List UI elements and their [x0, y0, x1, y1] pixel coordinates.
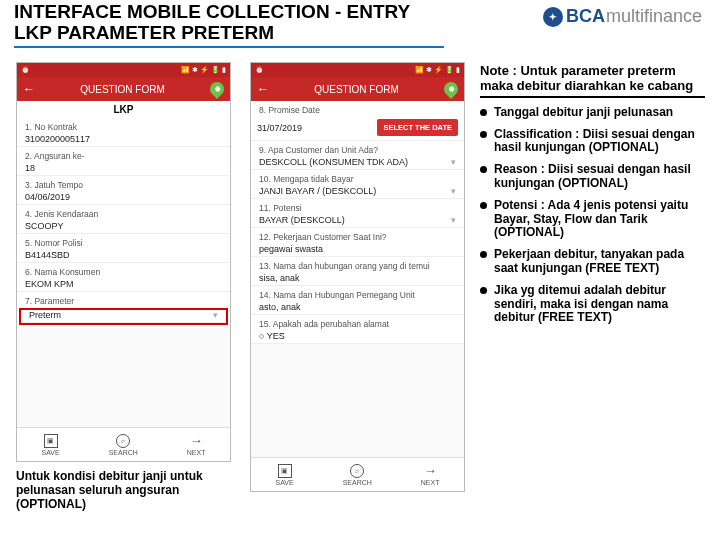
parameter-dropdown[interactable]: Preterm ▾	[21, 310, 226, 323]
field-value: B4144SBD	[17, 250, 230, 263]
field-label: 11. Potensi	[251, 199, 464, 215]
dropdown-value: DESKCOLL (KONSUMEN TDK ADA)	[259, 157, 408, 167]
form-list-right: 8. Promise Date 31/07/2019 SELECT THE DA…	[251, 101, 464, 344]
dropdown-potensi[interactable]: BAYAR (DESKCOLL)▾	[251, 215, 464, 228]
promise-date-value: 31/07/2019	[257, 123, 373, 133]
status-left: ⏰	[21, 66, 30, 74]
nav-label: SEARCH	[343, 479, 372, 486]
status-left: ⏰	[255, 66, 264, 74]
chevron-down-icon: ▾	[451, 186, 456, 196]
field-value: SCOOPY	[17, 221, 230, 234]
status-bar: ⏰ 📶 ✱ ⚡ 🔋 ▮	[17, 63, 230, 77]
search-icon: ⌕	[350, 464, 364, 478]
app-bar: ← QUESTION FORM	[17, 77, 230, 101]
nav-search[interactable]: ⌕SEARCH	[109, 434, 138, 456]
dropdown-value: BAYAR (DESKCOLL)	[259, 215, 345, 225]
text-input-pemegang-unit[interactable]: asto, anak	[251, 302, 464, 315]
dropdown-customer-unit[interactable]: DESKCOLL (KONSUMEN TDK ADA)▾	[251, 157, 464, 170]
field-label: 3. Jatuh Tempo	[17, 176, 230, 192]
note-item: Pekerjaan debitur, tanyakan pada saat ku…	[480, 248, 705, 276]
bottom-nav: ▣SAVE ⌕SEARCH →NEXT	[251, 457, 464, 491]
field-label: 2. Angsuran ke-	[17, 147, 230, 163]
promise-date-row: 31/07/2019 SELECT THE DATE	[251, 117, 464, 141]
nav-label: SEARCH	[109, 449, 138, 456]
field-value: EKOM KPM	[17, 279, 230, 292]
location-pin-icon[interactable]	[441, 79, 461, 99]
field-label: 15. Apakah ada perubahan alamat	[251, 315, 464, 331]
app-bar: ← QUESTION FORM	[251, 77, 464, 101]
dropdown-reason[interactable]: JANJI BAYAR / (DESKCOLL)▾	[251, 186, 464, 199]
field-label: 6. Nama Konsumen	[17, 263, 230, 279]
location-pin-icon[interactable]	[207, 79, 227, 99]
field-label: 8. Promise Date	[251, 101, 464, 117]
dropdown-value: JANJI BAYAR / (DESKCOLL)	[259, 186, 376, 196]
logo-badge-icon: ✦	[543, 7, 563, 27]
brand-multi: multifinance	[606, 6, 702, 27]
footnote-text: Untuk kondisi debitur janji untuk peluna…	[16, 470, 226, 511]
field-label: 12. Pekerjaan Customer Saat Ini?	[251, 228, 464, 244]
bottom-nav: ▣SAVE ⌕SEARCH →NEXT	[17, 427, 230, 461]
chevron-down-icon: ▾	[213, 310, 218, 320]
field-value: 04/06/2019	[17, 192, 230, 205]
nav-label: SAVE	[41, 449, 59, 456]
notes-panel: Note : Untuk parameter preterm maka debi…	[480, 64, 705, 333]
appbar-title: QUESTION FORM	[314, 84, 398, 95]
field-label: 7. Parameter	[17, 292, 230, 308]
radio-perubahan-alamat[interactable]: ○ YES	[251, 331, 464, 344]
nav-save[interactable]: ▣SAVE	[275, 464, 293, 486]
back-icon[interactable]: ←	[23, 82, 35, 96]
slide-title: INTERFACE MOBILE COLLECTION - ENTRY LKP …	[14, 2, 444, 48]
brand-bca: BCA	[566, 6, 605, 27]
field-value: 3100200005117	[17, 134, 230, 147]
form-list-left: 1. No Kontrak 3100200005117 2. Angsuran …	[17, 118, 230, 325]
field-label: 9. Apa Customer dan Unit Ada?	[251, 141, 464, 157]
save-icon: ▣	[44, 434, 58, 448]
nav-next[interactable]: →NEXT	[187, 434, 206, 456]
status-right: 📶 ✱ ⚡ 🔋 ▮	[181, 66, 226, 74]
select-date-button[interactable]: SELECT THE DATE	[377, 119, 458, 136]
field-label: 14. Nama dan Hubungan Pemegang Unit	[251, 286, 464, 302]
status-bar: ⏰ 📶 ✱ ⚡ 🔋 ▮	[251, 63, 464, 77]
nav-label: NEXT	[187, 449, 206, 456]
nav-search[interactable]: ⌕SEARCH	[343, 464, 372, 486]
note-item: Jika yg ditemui adalah debitur sendiri, …	[480, 284, 705, 325]
note-item: Classification : Diisi sesuai dengan has…	[480, 128, 705, 156]
note-bullets: Tanggal debitur janji pelunasan Classifi…	[480, 106, 705, 325]
nav-label: NEXT	[421, 479, 440, 486]
appbar-title: QUESTION FORM	[80, 84, 164, 95]
back-icon[interactable]: ←	[257, 82, 269, 96]
field-label: 10. Mengapa tidak Bayar	[251, 170, 464, 186]
lkp-label: LKP	[17, 101, 230, 118]
field-label: 13. Nama dan hubungan orang yang di temu…	[251, 257, 464, 273]
brand-logo: ✦ BCA multifinance	[543, 6, 702, 27]
phone-screenshot-left: ⏰ 📶 ✱ ⚡ 🔋 ▮ ← QUESTION FORM LKP 1. No Ko…	[16, 62, 231, 462]
note-item: Tanggal debitur janji pelunasan	[480, 106, 705, 120]
note-item: Potensi : Ada 4 jenis potensi yaitu Baya…	[480, 199, 705, 240]
nav-label: SAVE	[275, 479, 293, 486]
field-label: 1. No Kontrak	[17, 118, 230, 134]
field-label: 5. Nomor Polisi	[17, 234, 230, 250]
title-text: INTERFACE MOBILE COLLECTION - ENTRY LKP …	[14, 2, 444, 44]
field-value: 18	[17, 163, 230, 176]
nav-save[interactable]: ▣SAVE	[41, 434, 59, 456]
nav-next[interactable]: →NEXT	[421, 464, 440, 486]
chevron-down-icon: ▾	[451, 157, 456, 167]
search-icon: ⌕	[116, 434, 130, 448]
next-icon: →	[189, 434, 203, 448]
note-item: Reason : Diisi sesuai dengan hasil kunju…	[480, 163, 705, 191]
parameter-value: Preterm	[29, 310, 61, 320]
status-right: 📶 ✱ ⚡ 🔋 ▮	[415, 66, 460, 74]
save-icon: ▣	[278, 464, 292, 478]
chevron-down-icon: ▾	[451, 215, 456, 225]
field-label: 4. Jenis Kendaraan	[17, 205, 230, 221]
note-heading: Note : Untuk parameter preterm maka debi…	[480, 64, 705, 98]
text-input-pekerjaan[interactable]: pegawai swasta	[251, 244, 464, 257]
highlighted-parameter: Preterm ▾	[19, 308, 228, 325]
next-icon: →	[423, 464, 437, 478]
phone-screenshot-right: ⏰ 📶 ✱ ⚡ 🔋 ▮ ← QUESTION FORM 8. Promise D…	[250, 62, 465, 492]
text-input-nama-hubungan[interactable]: sisa, anak	[251, 273, 464, 286]
